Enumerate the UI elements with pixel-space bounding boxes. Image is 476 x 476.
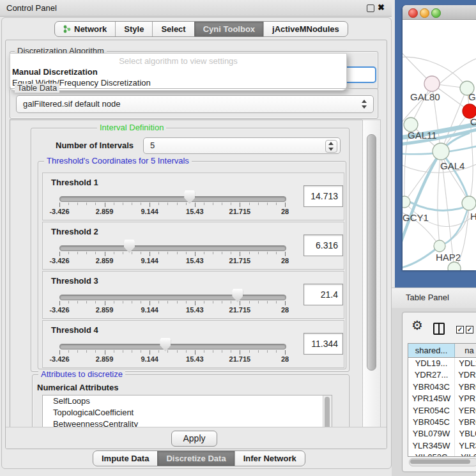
close-icon[interactable]: ✖	[378, 3, 385, 12]
cell-name[interactable]: YDR2	[455, 369, 476, 381]
cell-shared-name[interactable]: YBL079W	[408, 428, 455, 440]
spinner-arrows-icon[interactable]	[325, 140, 337, 153]
tick-mark	[114, 252, 114, 254]
tick-label: 15.43	[174, 355, 215, 363]
cell-shared-name[interactable]: YPR145W	[408, 393, 455, 404]
close-traffic-light-icon[interactable]	[408, 8, 418, 18]
table-horizontal-scrollbar[interactable]	[409, 458, 476, 466]
tick-label: -3.426	[39, 355, 80, 363]
gear-icon[interactable]: ⚙	[411, 318, 423, 333]
table-row[interactable]: YIL052CYIL0	[408, 452, 476, 457]
tick-mark	[105, 350, 105, 355]
threshold-slider-track[interactable]	[59, 344, 286, 349]
cell-name[interactable]: YDL1	[455, 358, 476, 369]
attribute-list-item[interactable]: TopologicalCoefficient	[43, 407, 332, 418]
tick-mark	[222, 301, 222, 303]
number-of-intervals-value: 5	[150, 138, 155, 153]
network-node-gal4[interactable]	[433, 143, 449, 160]
tab-impute-data[interactable]: Impute Data	[93, 451, 157, 466]
table-row[interactable]: YBR043CYBR0	[408, 381, 476, 393]
tab-network[interactable]: Network	[55, 22, 115, 36]
tab-cyni-toolbox[interactable]: Cyni Toolbox	[194, 22, 263, 36]
tick-mark	[186, 350, 187, 353]
node-label: GCY1	[403, 212, 429, 223]
tick-mark	[195, 203, 196, 207]
threshold-value-field[interactable]: 21.4	[303, 284, 343, 305]
cell-shared-name[interactable]: YIL052C	[408, 452, 455, 457]
tick-mark	[114, 203, 114, 205]
tab-infer-network[interactable]: Infer Network	[234, 451, 305, 466]
apply-button[interactable]: Apply	[171, 431, 217, 447]
cell-name[interactable]: YPR1	[455, 393, 476, 404]
tick-mark	[68, 301, 69, 303]
tick-mark	[204, 203, 204, 205]
float-window-icon[interactable]	[367, 4, 374, 12]
table-data-combobox[interactable]: galFiltered.sif default node	[16, 95, 374, 113]
zoom-traffic-light-icon[interactable]	[431, 8, 441, 18]
tab-select[interactable]: Select	[152, 22, 194, 36]
numerical-attributes-list[interactable]: SelfLoopsTopologicalCoefficientBetweenne…	[42, 395, 332, 428]
tab-jactivemnodules[interactable]: jActiveMNodules	[263, 22, 348, 36]
combo-arrows-icon[interactable]	[362, 99, 367, 109]
network-node-gal80[interactable]	[424, 76, 440, 91]
attribute-list-item[interactable]: SelfLoops	[43, 395, 332, 407]
number-of-intervals-spinner[interactable]: 5	[143, 137, 341, 154]
tick-mark	[86, 252, 87, 254]
threshold-slider-track[interactable]	[59, 196, 286, 202]
tab-label: Cyni Toolbox	[203, 22, 255, 36]
cell-name[interactable]: YER0	[455, 405, 476, 417]
threshold-slider-track[interactable]	[59, 245, 286, 251]
threshold-value-field[interactable]: 6.316	[303, 234, 343, 256]
checkbox-icon-1[interactable]: ✓	[456, 326, 464, 334]
cell-name[interactable]: YBR0	[455, 381, 476, 393]
column-header-name[interactable]: na	[455, 344, 476, 357]
column-header-shared[interactable]: shared...	[408, 344, 455, 357]
network-node[interactable]	[448, 262, 461, 270]
cell-name[interactable]: YLR3	[455, 440, 476, 452]
tick-mark	[204, 350, 204, 353]
settings-scrollbar-thumb[interactable]	[367, 134, 376, 371]
table-row[interactable]: YDL19...YDL1	[408, 358, 476, 369]
cell-name[interactable]: YBL0	[455, 428, 476, 440]
cyni-mode-tabs: Impute DataDiscretize DataInfer Network	[93, 450, 305, 466]
tick-mark	[150, 203, 150, 207]
attributes-list-scrollbar-thumb[interactable]	[325, 397, 330, 428]
cell-shared-name[interactable]: YDR27...	[408, 369, 455, 381]
threshold-value-field[interactable]: 14.713	[303, 185, 343, 207]
cell-shared-name[interactable]: YDL19...	[408, 358, 455, 369]
table-row[interactable]: YBR045CYBR0	[408, 417, 476, 428]
table-row[interactable]: YER054CYER0	[408, 405, 476, 417]
attributes-list-scrollbar[interactable]	[323, 395, 332, 428]
cell-name[interactable]: YIL0	[455, 452, 476, 457]
network-canvas[interactable]: GAL80GACGAL11GAL4GCY1HHAP2	[403, 19, 476, 270]
node-label: C	[470, 116, 476, 127]
network-node-hap2[interactable]	[434, 240, 445, 252]
tick-label: 2.859	[84, 257, 125, 265]
table-row[interactable]: YDR27...YDR2	[408, 369, 476, 381]
cell-name[interactable]: YBR0	[455, 417, 476, 428]
table-horizontal-scrollbar-thumb[interactable]	[410, 459, 470, 464]
threshold-slider-track[interactable]	[59, 295, 286, 300]
table-panel-header: Table Panel	[392, 288, 476, 309]
network-node-gcy1[interactable]	[403, 196, 410, 208]
minimize-traffic-light-icon[interactable]	[420, 8, 429, 18]
settings-scrollbar[interactable]	[362, 119, 381, 428]
cell-shared-name[interactable]: YBR045C	[408, 417, 455, 428]
cell-shared-name[interactable]: YBR043C	[408, 381, 455, 393]
network-node-h[interactable]	[462, 196, 476, 210]
tab-discretize-data[interactable]: Discretize Data	[157, 451, 234, 466]
cell-shared-name[interactable]: YLR345W	[408, 440, 455, 452]
checkbox-icon-2[interactable]: ✓	[466, 326, 473, 334]
column-layout-icon[interactable]	[433, 323, 445, 335]
node-attribute-table[interactable]: shared... na YDL19...YDL1YDR27...YDR2YBR…	[408, 343, 476, 457]
tick-mark	[150, 252, 150, 256]
dropdown-option-manual-discretization[interactable]: Manual Discretization	[12, 67, 98, 77]
table-row[interactable]: YLR345WYLR3	[408, 440, 476, 452]
cell-shared-name[interactable]: YER054C	[408, 405, 455, 417]
tab-style[interactable]: Style	[115, 22, 152, 36]
table-row[interactable]: YBL079WYBL0	[408, 428, 476, 440]
tick-mark	[222, 203, 222, 205]
table-row[interactable]: YPR145WYPR1	[408, 393, 476, 404]
tick-mark	[114, 301, 114, 303]
threshold-value-field[interactable]: 11.344	[303, 333, 343, 355]
